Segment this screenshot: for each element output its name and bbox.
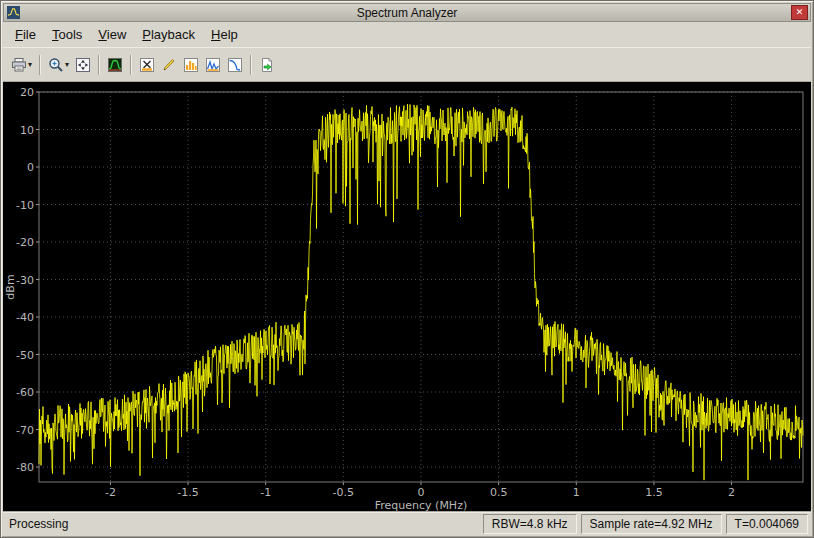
spectrum-settings-button[interactable] xyxy=(104,50,126,80)
rbw-panel: RBW=4.8 kHz xyxy=(483,514,577,534)
x-tick-label: 1.5 xyxy=(645,486,663,499)
time-panel: T=0.004069 xyxy=(726,514,808,534)
x-axis-label: Frequency (MHz) xyxy=(375,499,467,511)
toolbar-separator xyxy=(130,55,132,75)
toolbar: ▾▾ xyxy=(3,47,811,82)
printer-icon xyxy=(11,57,27,73)
menu-tools[interactable]: Tools xyxy=(44,24,90,46)
x-tick-label: -0.5 xyxy=(333,486,354,499)
status-bar: Processing RBW=4.8 kHzSample rate=4.92 M… xyxy=(3,511,811,535)
menu-file[interactable]: File xyxy=(7,24,44,46)
print-button[interactable]: ▾ xyxy=(8,50,35,80)
y-tick-label: -30 xyxy=(16,274,34,287)
menu-bar: FileToolsViewPlaybackHelp xyxy=(3,22,811,47)
toolbar-separator xyxy=(250,55,252,75)
x-tick-label: 1 xyxy=(573,486,580,499)
y-tick-label: -80 xyxy=(16,461,34,474)
x-tick-label: 2 xyxy=(728,486,735,499)
dropdown-caret-icon[interactable]: ▾ xyxy=(28,61,32,69)
y-axis-label: dBm xyxy=(4,274,17,299)
y-tick-label: 0 xyxy=(27,161,34,174)
window-title: Spectrum Analyzer xyxy=(4,6,810,20)
y-tick-label: -40 xyxy=(16,311,34,324)
y-tick-label: 20 xyxy=(20,86,34,99)
spectrum-plot[interactable]: -2-1.5-1-0.500.511.5220100-10-20-30-40-5… xyxy=(3,82,811,511)
ccdf-measurements-button[interactable] xyxy=(224,50,246,80)
spectrum-analyzer-window: Spectrum Analyzer ✕ FileToolsViewPlaybac… xyxy=(0,0,814,538)
toolbar-separator xyxy=(98,55,100,75)
x-tick-label: -1.5 xyxy=(177,486,198,499)
cursor-measurements-icon xyxy=(139,57,155,73)
y-tick-label: -50 xyxy=(16,349,34,362)
ccdf-measurements-icon xyxy=(227,57,243,73)
x-tick-label: 0 xyxy=(418,486,425,499)
peak-finder-icon xyxy=(161,57,177,73)
y-tick-label: 10 xyxy=(20,124,34,137)
scale-axes-icon xyxy=(75,57,91,73)
distortion-measurements-icon xyxy=(205,57,221,73)
close-button[interactable]: ✕ xyxy=(791,5,808,20)
peak-finder-button[interactable] xyxy=(158,50,180,80)
x-tick-label: -1 xyxy=(260,486,271,499)
status-message: Processing xyxy=(6,517,479,531)
distortion-measurements-button[interactable] xyxy=(202,50,224,80)
x-tick-label: -2 xyxy=(105,486,116,499)
sample-rate-panel: Sample rate=4.92 MHz xyxy=(581,514,722,534)
cursor-measurements-button[interactable] xyxy=(136,50,158,80)
spectral-mask-icon xyxy=(259,57,275,73)
status-panels: RBW=4.8 kHzSample rate=4.92 MHzT=0.00406… xyxy=(483,514,808,534)
scale-axes-button[interactable] xyxy=(72,50,94,80)
y-tick-label: -60 xyxy=(16,386,34,399)
spectral-mask-button[interactable] xyxy=(256,50,278,80)
menu-playback[interactable]: Playback xyxy=(134,24,203,46)
toolbar-separator xyxy=(39,55,41,75)
channel-measurements-button[interactable] xyxy=(180,50,202,80)
y-tick-label: -20 xyxy=(16,236,34,249)
dropdown-caret-icon[interactable]: ▾ xyxy=(65,61,69,69)
menu-help[interactable]: Help xyxy=(203,24,246,46)
x-tick-label: 0.5 xyxy=(490,486,508,499)
window-icon[interactable] xyxy=(7,6,20,19)
plot-background xyxy=(3,82,811,511)
channel-measurements-icon xyxy=(183,57,199,73)
menu-view[interactable]: View xyxy=(90,24,134,46)
zoom-in-button[interactable]: ▾ xyxy=(45,50,72,80)
spectrum-plot-area[interactable]: -2-1.5-1-0.500.511.5220100-10-20-30-40-5… xyxy=(3,82,811,511)
title-bar[interactable]: Spectrum Analyzer ✕ xyxy=(3,3,811,22)
spectrum-settings-icon xyxy=(107,57,123,73)
magnifier-icon xyxy=(48,57,64,73)
y-tick-label: -10 xyxy=(16,199,34,212)
y-tick-label: -70 xyxy=(16,424,34,437)
